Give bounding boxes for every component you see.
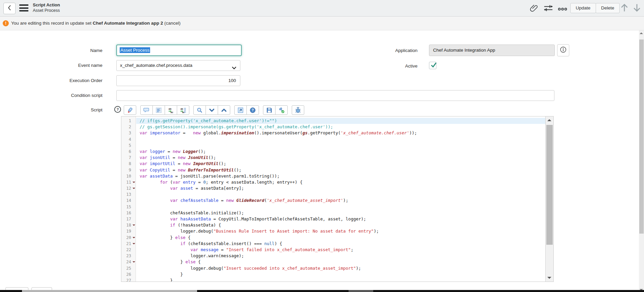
editor-scroll-up-icon[interactable] <box>547 119 551 121</box>
script-help-toggle[interactable]: ? <box>114 106 121 113</box>
code-line[interactable]: } else { <box>140 259 545 265</box>
code-line[interactable]: // if(gs.getProperty('x_chef_automate.ch… <box>136 118 545 124</box>
line-number: 5 <box>121 142 136 149</box>
replace-all-button[interactable]: abac <box>177 105 189 115</box>
format-code-button[interactable] <box>124 105 136 115</box>
line-number: 19 <box>121 228 136 234</box>
open-fullscreen-button[interactable] <box>234 105 247 115</box>
code-line[interactable]: logger.debug("Insert succeeded into x_ch… <box>140 265 545 271</box>
code-line[interactable]: } <box>140 271 545 277</box>
code-line[interactable]: var message = "Insert failed into x_chef… <box>140 247 545 253</box>
line-number: 25 <box>121 265 136 271</box>
code-line[interactable]: logger.warn(message); <box>140 253 545 259</box>
line-number[interactable]: 21 <box>121 241 136 247</box>
line-number: 9 <box>121 167 136 173</box>
line-number: 3 <box>121 130 136 136</box>
banner-text: You are editing this record in update se… <box>11 17 181 30</box>
fold-toggle-icon[interactable] <box>133 224 135 227</box>
page-title: Script Action <box>33 2 60 8</box>
line-number: 7 <box>121 155 136 161</box>
code-line[interactable]: var hasAssetData = CopyUtil.MapToImportT… <box>140 216 545 222</box>
application-field: Chef Automate Integration App <box>429 45 555 56</box>
name-input[interactable]: Asset Process <box>116 45 242 56</box>
line-number: 27 <box>121 277 136 282</box>
code-line[interactable]: for (var entry = 0; entry < assetData.le… <box>140 179 545 185</box>
line-number: 8 <box>121 161 136 167</box>
page-scrollbar-thumb[interactable] <box>639 39 644 234</box>
syntax-check-button[interactable] <box>275 105 288 115</box>
line-number: 15 <box>121 204 136 210</box>
code-line[interactable]: if (chefAssetsTable.insert() === null) { <box>140 241 545 247</box>
line-number: 13 <box>121 191 136 197</box>
info-icon <box>560 46 567 54</box>
line-number: 22 <box>121 247 136 253</box>
code-line[interactable]: } else { <box>140 235 545 241</box>
svg-text:ab: ab <box>169 107 172 110</box>
fold-toggle-icon[interactable] <box>133 243 135 246</box>
code-line[interactable]: var jsonUtil = new JsonUtil(); <box>140 155 545 161</box>
script-code-editor[interactable]: 1234567891011121314151617181920212223242… <box>121 116 554 282</box>
search-button[interactable] <box>193 105 206 115</box>
code-line[interactable] <box>140 136 545 142</box>
execution-order-input[interactable]: 100 <box>116 75 240 86</box>
condition-script-input[interactable] <box>116 90 554 101</box>
code-line[interactable] <box>140 142 545 149</box>
delete-button[interactable]: Delete <box>596 3 620 13</box>
code-line[interactable]: if (!hasAssetData) { <box>140 222 545 228</box>
event-name-label: Event name <box>51 60 102 71</box>
code-line[interactable]: var impersonator = new global.impersinat… <box>140 130 545 136</box>
editor-code[interactable]: // if(gs.getProperty('x_chef_automate.ch… <box>136 116 545 282</box>
code-line[interactable]: logger.debug("Business Rule Insert to As… <box>140 228 545 234</box>
active-checkbox[interactable] <box>429 62 436 69</box>
event-name-select[interactable]: x_chef_automate.chef.process.data <box>116 60 240 71</box>
script-debugger-button[interactable] <box>292 105 304 115</box>
code-line[interactable]: var importUtil = new ImportUtil(); <box>140 161 545 167</box>
editor-scrollbar[interactable] <box>545 116 553 282</box>
line-number[interactable]: 24 <box>121 259 136 265</box>
find-next-button[interactable] <box>206 105 218 115</box>
fold-toggle-icon[interactable] <box>133 188 135 190</box>
code-line[interactable]: var chefAssetsTable = new GlideRecord('x… <box>140 197 545 204</box>
code-line[interactable]: var asset = assetData[entry]; <box>140 185 545 191</box>
line-number: 26 <box>121 271 136 277</box>
cancel-link[interactable]: (cancel) <box>164 21 181 26</box>
attachment-paperclip-icon[interactable] <box>529 3 538 14</box>
code-line[interactable]: chefAssetsTable.initialize(); <box>140 210 545 216</box>
previous-record-icon[interactable] <box>620 3 628 14</box>
line-number[interactable]: 12 <box>121 185 136 191</box>
editor-scroll-down-icon[interactable] <box>547 277 551 279</box>
update-set-banner: ! You are editing this record in update … <box>0 17 644 30</box>
code-line[interactable]: var CopyUtil = new BufferToImportUtil(); <box>140 167 545 173</box>
save-button[interactable] <box>263 105 276 115</box>
context-menu-icon[interactable] <box>19 4 28 13</box>
template-toggle-icon[interactable] <box>544 4 553 14</box>
next-record-icon[interactable] <box>633 3 641 14</box>
line-number[interactable]: 18 <box>121 222 136 228</box>
code-line[interactable]: var logger = new Logger(); <box>140 149 545 155</box>
back-button[interactable] <box>3 3 16 14</box>
api-help-button[interactable]: ? <box>246 105 259 115</box>
code-line[interactable]: var assetData = jsonUtil.parse(event.par… <box>140 173 545 179</box>
fold-toggle-icon[interactable] <box>133 261 135 264</box>
fold-toggle-icon[interactable] <box>133 237 135 240</box>
replace-button[interactable]: abac <box>165 105 177 115</box>
execution-order-label: Execution Order <box>51 75 102 86</box>
page-scrollbar[interactable] <box>639 30 644 292</box>
format-text-button[interactable] <box>152 105 165 115</box>
code-line[interactable]: // gs.getSession().impersonate(gs.getPro… <box>140 124 545 130</box>
find-previous-button[interactable] <box>218 105 230 115</box>
fold-toggle-icon[interactable] <box>133 182 135 184</box>
code-line[interactable] <box>140 204 545 210</box>
code-line[interactable] <box>140 191 545 197</box>
editor-scrollbar-thumb[interactable] <box>546 125 553 245</box>
page-scroll-up-icon[interactable] <box>640 32 643 34</box>
update-button[interactable]: Update <box>570 3 596 13</box>
event-name-value: x_chef_automate.chef.process.data <box>120 63 192 68</box>
application-info-button[interactable] <box>557 44 569 56</box>
comment-code-button[interactable] <box>140 105 153 115</box>
line-number[interactable]: 11 <box>121 179 136 185</box>
more-options-icon[interactable] <box>558 6 567 12</box>
line-number: 16 <box>121 210 136 216</box>
code-line[interactable]: } <box>140 277 545 282</box>
line-number[interactable]: 20 <box>121 235 136 241</box>
